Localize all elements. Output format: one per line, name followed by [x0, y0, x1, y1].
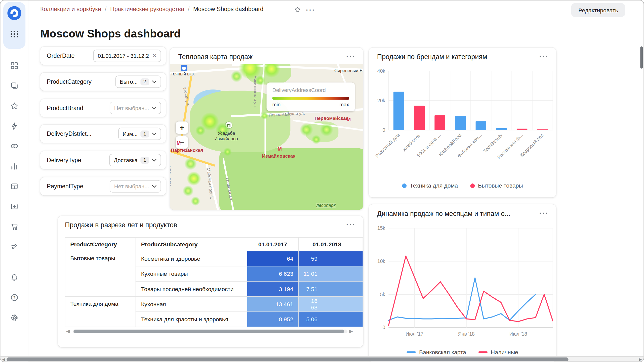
map-canvas[interactable]: DeliveryAddressCoord min max + − точный …	[170, 64, 363, 210]
favorite-star-icon[interactable]	[294, 6, 301, 13]
heat-spot	[184, 158, 197, 170]
sidebar-item-quick-actions[interactable]	[1, 119, 28, 135]
table-cell-value: 11 01	[298, 266, 363, 281]
map-label: Никитинская ул.	[253, 75, 258, 108]
table-h-scrollbar[interactable]: ◀ ▶	[66, 329, 354, 334]
table-scroll-thumb[interactable]	[73, 330, 344, 333]
filter-value: Доставка	[114, 157, 138, 163]
sidebar-item-dashboards[interactable]	[1, 58, 28, 75]
legend-item[interactable]: Наличные	[478, 349, 518, 355]
legend-label: Наличные	[491, 349, 518, 355]
filter-count-badge: 2	[140, 78, 149, 85]
widget-title: Продажи в разрезе лет и продуктов	[65, 221, 177, 229]
legend-label: Техника для дома	[410, 182, 458, 189]
table-column-header[interactable]: ProductCategory	[65, 237, 136, 251]
sidebar-item-help[interactable]: ?	[1, 290, 28, 306]
table-cell-value: 64	[247, 251, 298, 266]
filter-label: DeliveryType	[47, 157, 81, 163]
sidebar-item-datasets[interactable]	[1, 139, 28, 155]
filter-control[interactable]: Нет выбран...	[110, 180, 161, 193]
filter-control[interactable]: Изм...1	[118, 128, 161, 140]
svg-text:Хлеб-соль: Хлеб-соль	[401, 132, 421, 152]
edit-button[interactable]: Редактировать	[571, 3, 625, 17]
table-column-header[interactable]: 01.01.2018	[298, 237, 363, 251]
filter-label: DeliveryDistrict...	[47, 130, 92, 137]
datalens-logo-icon[interactable]	[7, 5, 22, 21]
scroll-left-icon[interactable]: ◀	[2, 357, 5, 361]
map-zoom-in-button[interactable]: +	[176, 121, 188, 134]
favorites-icon	[10, 102, 19, 112]
filter-orderdate: OrderDate01.01.2017 - 31.12.2×	[40, 47, 166, 65]
table-cell-value: 16 63	[298, 297, 363, 312]
filter-value: Быто...	[120, 79, 138, 85]
sidebar-item-notifications[interactable]	[1, 270, 28, 286]
widget-menu-icon[interactable]	[346, 55, 356, 59]
heatmap-gradient-bar	[272, 97, 349, 100]
map-label: СВХ	[170, 177, 172, 186]
clear-icon[interactable]: ×	[153, 53, 156, 59]
breadcrumb-item[interactable]: Коллекции и воркбуки	[40, 6, 101, 12]
legend-swatch	[478, 351, 488, 353]
app-window: ? Коллекции и воркбукиПрактические руков…	[0, 0, 644, 362]
apps-grid-icon[interactable]	[10, 30, 19, 38]
scroll-left-icon[interactable]: ◀	[66, 329, 71, 334]
workbooks-icon	[10, 82, 19, 92]
bar-chart-legend: Техника для домаБытовые товары	[369, 182, 556, 189]
map-label: Первомайская	[315, 116, 349, 121]
chevron-down-icon	[152, 185, 156, 188]
table-column-header[interactable]: 01.01.2017	[247, 237, 298, 251]
widget-menu-icon[interactable]	[346, 223, 356, 227]
filter-value: 01.01.2017 - 31.12.2	[98, 53, 149, 59]
filter-label: OrderDate	[47, 53, 75, 59]
map-label: Партизанская	[171, 148, 203, 153]
filter-control[interactable]: Доставка1	[109, 154, 161, 166]
sales-table: ProductCategoryProductSubcategory01.01.2…	[65, 237, 363, 327]
page-v-scrollbar[interactable]	[640, 46, 643, 68]
breadcrumb-item[interactable]: Практические руководства	[101, 6, 184, 12]
scroll-right-icon[interactable]: ▶	[349, 329, 354, 334]
sidebar-item-marketplace[interactable]	[1, 219, 28, 236]
sidebar-item-tables[interactable]	[1, 179, 28, 195]
monthly-dynamics-plot[interactable]: 15k10k5k0Июл '17Янв '18Июл '18	[369, 204, 556, 344]
sidebar-item-workbooks[interactable]	[1, 78, 28, 95]
legend-item[interactable]: Банковская карта	[407, 349, 466, 355]
filter-label: ProductBrand	[47, 105, 83, 111]
sidebar-item-charts[interactable]	[1, 159, 28, 175]
heat-spot	[223, 148, 232, 156]
svg-text:5k: 5k	[380, 292, 385, 297]
svg-text:40k: 40k	[377, 68, 385, 74]
table-column-header[interactable]: ProductSubcategory	[136, 237, 247, 251]
sidebar-item-favorites[interactable]	[1, 99, 28, 115]
filter-control[interactable]: Быто...2	[115, 75, 161, 88]
page-h-scrollbar[interactable]: ◀ ▶	[1, 356, 644, 361]
legend-item[interactable]: Техника для дома	[402, 182, 458, 189]
brand-sales-widget: Продажи по брендам и категориям 40k20k0Р…	[369, 48, 556, 197]
map-label: М	[177, 140, 181, 146]
map-road	[264, 117, 266, 156]
filter-paymenttype: PaymentTypeНет выбран...	[40, 177, 166, 195]
chevron-down-icon	[152, 159, 156, 161]
sales-table-widget: Продажи в разрезе лет и продуктов Produc…	[58, 216, 363, 347]
sidebar-item-settings[interactable]	[1, 310, 28, 327]
breadcrumb-item: Moscow Shops dashboard	[184, 6, 263, 12]
heat-spot	[231, 71, 243, 82]
table-cell-value: 3 194	[247, 281, 298, 296]
map-label: Сиреневый Б	[334, 68, 363, 73]
sidebar-item-storage[interactable]	[1, 199, 28, 215]
filter-control[interactable]: Нет выбран...	[110, 102, 161, 114]
page-scroll-thumb[interactable]	[7, 357, 568, 361]
breadcrumb-more-icon[interactable]	[306, 8, 315, 12]
filter-productbrand: ProductBrandНет выбран...	[40, 99, 166, 117]
chevron-down-icon	[152, 80, 156, 83]
heat-spot	[312, 135, 321, 144]
map-label: Усадьба	[218, 130, 235, 135]
filter-control[interactable]: 01.01.2017 - 31.12.2×	[93, 50, 161, 62]
legend-item[interactable]: Бытовые товары	[470, 182, 523, 189]
svg-text:0: 0	[383, 325, 385, 330]
filter-value: Изм...	[123, 131, 138, 137]
svg-text:15k: 15k	[377, 225, 385, 231]
scroll-right-icon[interactable]: ▶	[639, 357, 642, 361]
brand-sales-plot[interactable]: 40k20k0Разумный домХлеб-соль1001 и одна …	[369, 48, 556, 179]
heatmap-widget: Тепловая карта продаж DeliveryAddressCoo…	[170, 48, 363, 210]
sidebar-item-services[interactable]	[1, 239, 28, 256]
